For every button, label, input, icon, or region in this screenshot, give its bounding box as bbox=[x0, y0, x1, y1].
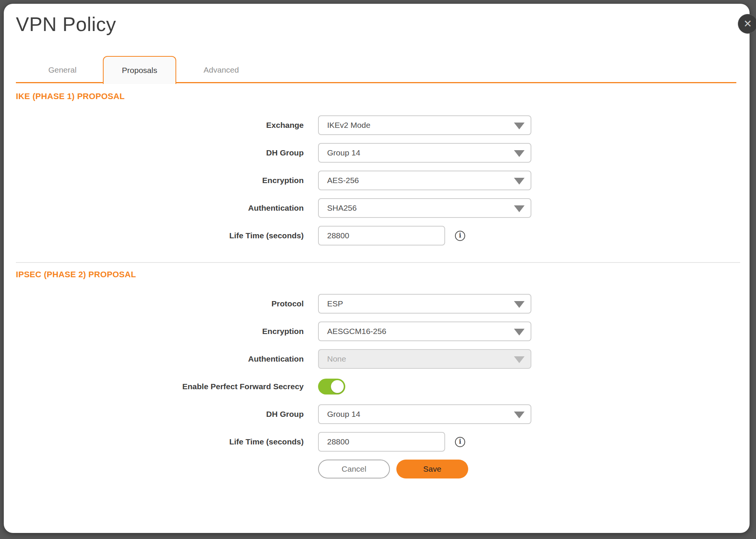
tab-general[interactable]: General bbox=[32, 59, 93, 81]
dialog-actions: Cancel Save bbox=[4, 460, 750, 478]
chevron-down-icon bbox=[514, 412, 525, 418]
ipsec-life-time-input[interactable] bbox=[318, 432, 445, 452]
ike-authentication-value: SHA256 bbox=[327, 203, 357, 213]
tab-proposals[interactable]: Proposals bbox=[103, 56, 176, 84]
ipsec-encryption-row: Encryption AESGCM16-256 bbox=[16, 322, 750, 341]
exchange-row: Exchange IKEv2 Mode bbox=[16, 115, 750, 135]
ipsec-authentication-dropdown-disabled: None bbox=[318, 349, 531, 369]
ike-encryption-row: Encryption AES-256 bbox=[16, 171, 750, 190]
ipsec-encryption-label: Encryption bbox=[16, 327, 304, 336]
chevron-down-icon bbox=[514, 150, 525, 157]
ike-phase1-heading: IKE (PHASE 1) PROPOSAL bbox=[16, 92, 750, 101]
pfs-label: Enable Perfect Forward Secrecy bbox=[16, 382, 304, 391]
ipsec-authentication-label: Authentication bbox=[16, 354, 304, 363]
ipsec-life-time-label: Life Time (seconds) bbox=[16, 437, 304, 446]
page-title: VPN Policy bbox=[16, 13, 116, 36]
ike-dh-group-row: DH Group Group 14 bbox=[16, 143, 750, 163]
info-icon[interactable] bbox=[455, 437, 465, 447]
chevron-down-icon bbox=[514, 178, 525, 185]
exchange-label: Exchange bbox=[16, 121, 304, 130]
close-icon[interactable] bbox=[738, 14, 756, 34]
ike-dh-group-dropdown[interactable]: Group 14 bbox=[318, 143, 531, 163]
protocol-label: Protocol bbox=[16, 299, 304, 308]
ipsec-dh-group-value: Group 14 bbox=[327, 410, 360, 419]
ipsec-dh-group-dropdown[interactable]: Group 14 bbox=[318, 404, 531, 424]
ipsec-dh-group-row: DH Group Group 14 bbox=[16, 404, 750, 424]
ike-authentication-label: Authentication bbox=[16, 203, 304, 213]
protocol-dropdown[interactable]: ESP bbox=[318, 294, 531, 314]
ipsec-authentication-value: None bbox=[327, 354, 346, 363]
ipsec-phase2-heading: IPSEC (PHASE 2) PROPOSAL bbox=[16, 270, 750, 280]
pfs-row: Enable Perfect Forward Secrecy bbox=[16, 377, 750, 396]
ike-encryption-dropdown[interactable]: AES-256 bbox=[318, 171, 531, 190]
ike-authentication-row: Authentication SHA256 bbox=[16, 198, 750, 218]
chevron-down-icon bbox=[514, 356, 525, 363]
save-button[interactable]: Save bbox=[396, 460, 468, 478]
ike-life-time-row: Life Time (seconds) bbox=[16, 226, 750, 245]
ipsec-authentication-row: Authentication None bbox=[16, 349, 750, 369]
chevron-down-icon bbox=[514, 205, 525, 212]
toggle-knob bbox=[331, 380, 344, 393]
exchange-dropdown[interactable]: IKEv2 Mode bbox=[318, 115, 531, 135]
ipsec-encryption-value: AESGCM16-256 bbox=[327, 327, 386, 336]
ike-life-time-input[interactable] bbox=[318, 226, 445, 245]
ipsec-encryption-dropdown[interactable]: AESGCM16-256 bbox=[318, 322, 531, 341]
pfs-toggle[interactable] bbox=[318, 379, 345, 395]
section-divider bbox=[16, 262, 740, 263]
cancel-button[interactable]: Cancel bbox=[318, 460, 390, 478]
proposals-tab-panel: IKE (PHASE 1) PROPOSAL Exchange IKEv2 Mo… bbox=[4, 92, 750, 478]
ike-dh-group-value: Group 14 bbox=[327, 148, 360, 157]
chevron-down-icon bbox=[514, 329, 525, 336]
exchange-value: IKEv2 Mode bbox=[327, 121, 370, 130]
tab-advanced[interactable]: Advanced bbox=[191, 59, 251, 81]
ike-encryption-value: AES-256 bbox=[327, 176, 359, 185]
ike-dh-group-label: DH Group bbox=[16, 148, 304, 157]
ipsec-life-time-row: Life Time (seconds) bbox=[16, 432, 750, 452]
protocol-value: ESP bbox=[327, 299, 343, 308]
ipsec-dh-group-label: DH Group bbox=[16, 410, 304, 419]
chevron-down-icon bbox=[514, 123, 525, 129]
info-icon[interactable] bbox=[455, 231, 465, 241]
ike-authentication-dropdown[interactable]: SHA256 bbox=[318, 198, 531, 218]
ike-life-time-label: Life Time (seconds) bbox=[16, 231, 304, 240]
vpn-policy-dialog: VPN Policy General Proposals Advanced IK… bbox=[4, 4, 750, 533]
ike-encryption-label: Encryption bbox=[16, 176, 304, 185]
chevron-down-icon bbox=[514, 301, 525, 308]
protocol-row: Protocol ESP bbox=[16, 294, 750, 314]
